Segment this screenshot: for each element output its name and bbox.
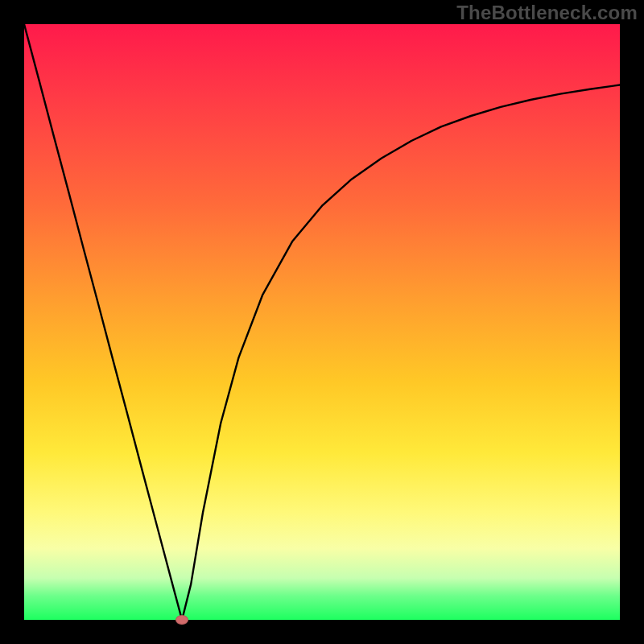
chart-frame: TheBottleneck.com line <box>0 0 644 644</box>
plot-area <box>24 24 620 620</box>
minimum-marker <box>175 615 188 625</box>
bottleneck-curve <box>24 24 620 620</box>
watermark-text: TheBottleneck.com <box>456 2 638 24</box>
